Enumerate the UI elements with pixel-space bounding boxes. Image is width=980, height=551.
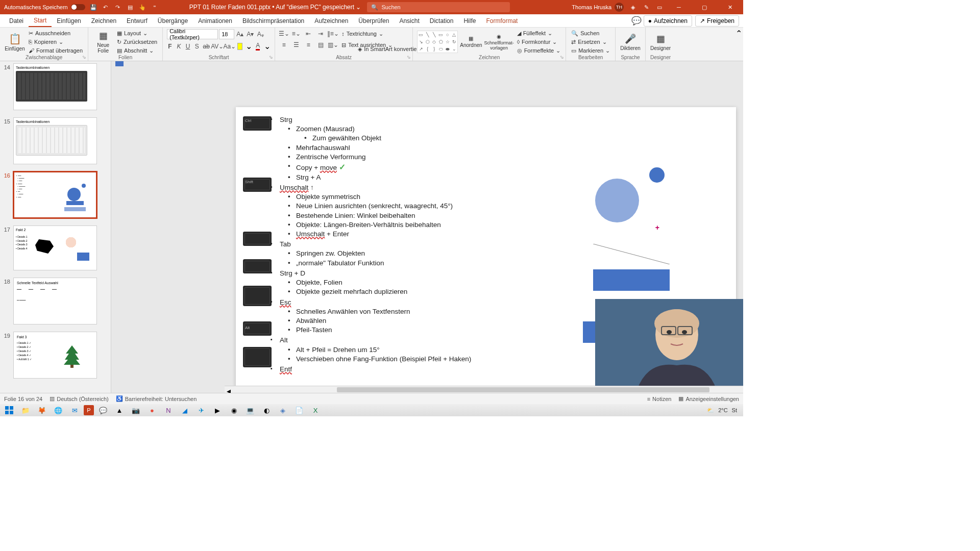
- diktieren-button[interactable]: 🎤 Diktieren: [620, 29, 641, 55]
- highlight-icon[interactable]: [237, 43, 242, 50]
- shape-circle-large[interactable]: [595, 179, 639, 222]
- weather-icon[interactable]: ⛅: [707, 407, 714, 414]
- search-input[interactable]: [381, 4, 506, 10]
- layout-button[interactable]: ▦ Layout ⌄: [116, 29, 158, 37]
- app-icon[interactable]: 📄: [292, 405, 306, 416]
- pen-icon[interactable]: ✎: [642, 3, 650, 11]
- thumb-19[interactable]: 19 Fakt 3 • Details 1 ✓• Details 2 ✓• De…: [0, 330, 111, 384]
- bold-icon[interactable]: F: [167, 42, 173, 51]
- menu-ansicht[interactable]: Ansicht: [394, 15, 424, 27]
- save-icon[interactable]: 💾: [89, 3, 97, 11]
- minimize-button[interactable]: ─: [669, 0, 689, 14]
- aufzeichnen-button[interactable]: ● Aufzeichnen: [644, 15, 692, 27]
- excel-icon[interactable]: X: [308, 405, 323, 416]
- accessibility-button[interactable]: ♿ Barrierefreiheit: Untersuchen: [116, 395, 197, 402]
- columns-icon[interactable]: ▥⌄: [328, 40, 337, 49]
- start-button[interactable]: [2, 405, 16, 416]
- language-button[interactable]: ▥ Deutsch (Österreich): [50, 395, 108, 402]
- menu-zeichnen[interactable]: Zeichnen: [86, 15, 121, 27]
- thumbnail-panel[interactable]: 14 Tastenkombinationen 15 Tastenkombinat…: [0, 61, 111, 393]
- fuelleffekt-button[interactable]: ◢ Fülleffekt ⌄: [516, 29, 562, 37]
- outlook-icon[interactable]: ✉: [67, 405, 82, 416]
- menu-ueberpruefen[interactable]: Überprüfen: [353, 15, 394, 27]
- app-icon[interactable]: ▶: [210, 405, 225, 416]
- shadow-icon[interactable]: S: [194, 42, 200, 51]
- menu-formformat[interactable]: Formformat: [481, 15, 523, 27]
- menu-entwurf[interactable]: Entwurf: [121, 15, 153, 27]
- italic-icon[interactable]: K: [176, 42, 182, 51]
- ersetzen-button[interactable]: ⇄ Ersetzen ⌄: [570, 38, 611, 46]
- shrink-font-icon[interactable]: A▾: [246, 30, 255, 39]
- menu-start[interactable]: Start: [29, 15, 52, 27]
- align-right-icon[interactable]: ≡: [304, 40, 313, 49]
- ribbon-collapse-icon[interactable]: ⌃: [734, 28, 743, 61]
- maximize-button[interactable]: ▢: [694, 0, 715, 14]
- vlc-icon[interactable]: ▲: [112, 405, 127, 416]
- app-icon[interactable]: 📷: [129, 405, 143, 416]
- justify-icon[interactable]: ▤: [316, 40, 325, 49]
- freigeben-button[interactable]: ↗ Freigeben: [695, 15, 739, 27]
- spacing-icon[interactable]: AV⌄: [213, 42, 222, 51]
- slide-counter[interactable]: Folie 16 von 24: [4, 396, 42, 402]
- designer-button[interactable]: ▦ Designer: [650, 29, 671, 55]
- vscode-icon[interactable]: ◢: [178, 405, 192, 416]
- user-badge[interactable]: Thomas Hruska TH: [572, 3, 624, 12]
- format-button[interactable]: 🖌 Format übertragen: [28, 46, 84, 55]
- font-color-icon[interactable]: A: [255, 42, 261, 51]
- autosave[interactable]: Automatisches Speichern: [4, 4, 85, 10]
- launcher-icon[interactable]: ⬂: [82, 55, 86, 60]
- scroll-left-icon[interactable]: ◂: [227, 386, 231, 393]
- menu-dictation[interactable]: Dictation: [425, 15, 459, 27]
- launcher-icon[interactable]: ⬂: [407, 55, 411, 60]
- touch-icon[interactable]: 👆: [138, 3, 146, 11]
- onenote-icon[interactable]: N: [161, 405, 176, 416]
- strike-icon[interactable]: ab: [203, 42, 209, 51]
- thumb-15[interactable]: 15 Tastenkombinationen: [0, 115, 111, 169]
- shape-gallery[interactable]: ▭╲╲▭○△ ↘⬡◇⬠☆↻ ↗{}⬭⬬⌄: [417, 31, 458, 53]
- thumb-18[interactable]: 18 Schnelle Textfeld Auswahl ━━━━━━━━━━━…: [0, 276, 111, 330]
- app-icon[interactable]: ●: [145, 405, 159, 416]
- comments-icon[interactable]: 💬: [632, 17, 641, 25]
- einfuegen-button[interactable]: 📋 Einfügen: [4, 29, 26, 55]
- launcher-icon[interactable]: ⬂: [560, 55, 564, 60]
- app-icon[interactable]: 💬: [96, 405, 110, 416]
- ausschneiden-button[interactable]: ✂ Ausschneiden: [28, 29, 84, 37]
- shape-rect-1[interactable]: [593, 269, 670, 291]
- autosave-toggle[interactable]: [71, 4, 85, 10]
- schnellformat-button[interactable]: ◉ Schnellformat- vorlagen: [484, 29, 514, 55]
- app-icon[interactable]: ◐: [259, 405, 274, 416]
- textrichtung-button[interactable]: ↕ Textrichtung ⌄: [340, 30, 384, 38]
- telegram-icon[interactable]: ✈: [194, 405, 208, 416]
- indent-icon[interactable]: ⇥: [316, 29, 325, 38]
- shape-circle-small[interactable]: [649, 167, 665, 183]
- filename[interactable]: PPT 01 Roter Faden 001.pptx • Auf "diese…: [189, 4, 361, 11]
- linespacing-icon[interactable]: ‖≡⌄: [328, 29, 337, 38]
- notizen-button[interactable]: ≡ Notizen: [647, 396, 672, 402]
- close-button[interactable]: ✕: [720, 0, 740, 14]
- bullets-icon[interactable]: ☰⌄: [279, 29, 288, 38]
- launcher-icon[interactable]: ⬂: [269, 55, 273, 60]
- kopieren-button[interactable]: ⎘ Kopieren ⌄: [28, 38, 84, 46]
- chrome-icon[interactable]: 🌐: [51, 405, 65, 416]
- menu-aufzeichnen[interactable]: Aufzeichnen: [309, 15, 353, 27]
- app-icon[interactable]: ◈: [276, 405, 290, 416]
- markieren-button[interactable]: ▭ Markieren ⌄: [570, 46, 611, 55]
- obs-icon[interactable]: ◉: [227, 405, 241, 416]
- anzeige-button[interactable]: ▦ Anzeigeeinstellungen: [678, 395, 739, 402]
- align-center-icon[interactable]: ☰: [291, 40, 301, 49]
- anordnen-button[interactable]: ▦ Anordnen: [460, 29, 482, 55]
- font-family-combo[interactable]: Calibri (Textkörper): [167, 29, 218, 39]
- slide-editor[interactable]: Ctrl Shift Alt Strg Zoomen (Mausrad) Zum…: [111, 61, 743, 393]
- outdent-icon[interactable]: ⇤: [304, 29, 313, 38]
- align-left-icon[interactable]: ≡: [279, 40, 288, 49]
- font-size-combo[interactable]: 18: [219, 29, 234, 39]
- shape-line[interactable]: [593, 244, 670, 264]
- menu-uebergaenge[interactable]: Übergänge: [153, 15, 193, 27]
- clear-format-icon[interactable]: Aᵩ: [256, 30, 265, 39]
- menu-hilfe[interactable]: Hilfe: [458, 15, 481, 27]
- explorer-icon[interactable]: 📁: [18, 405, 33, 416]
- suchen-button[interactable]: 🔍 Suchen: [570, 29, 611, 37]
- redo-icon[interactable]: ↷: [114, 3, 122, 11]
- powerpoint-icon[interactable]: P: [84, 405, 94, 415]
- window-icon[interactable]: ▭: [655, 3, 664, 11]
